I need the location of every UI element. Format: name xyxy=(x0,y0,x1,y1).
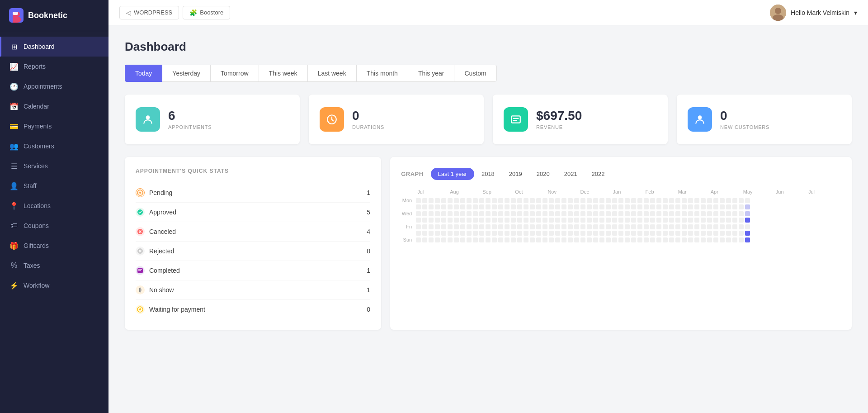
heatmap-cell xyxy=(561,224,566,229)
heatmap-cell xyxy=(505,224,509,229)
graph-tab-2018[interactable]: 2018 xyxy=(474,168,502,180)
sidebar-item-giftcards[interactable]: 🎁 Giftcards xyxy=(0,236,108,256)
sidebar-item-payments[interactable]: 💳 Payments xyxy=(0,116,108,136)
heatmap-cell xyxy=(448,211,453,216)
boostore-button[interactable]: 🧩 Boostore xyxy=(183,6,230,19)
heatmap-cell xyxy=(580,218,585,223)
heatmap-cell xyxy=(574,204,579,209)
heatmap-cell xyxy=(688,198,693,203)
heatmap-cell xyxy=(454,237,459,242)
sidebar-item-appointments[interactable]: 🕐 Appointments xyxy=(0,76,108,96)
tab-this_month[interactable]: This month xyxy=(356,65,408,82)
user-menu[interactable]: Hello Mark Velmiskin ▾ xyxy=(770,5,857,21)
sidebar-item-customers[interactable]: 👥 Customers xyxy=(0,136,108,156)
heatmap-cell xyxy=(587,198,592,203)
sidebar-item-coupons[interactable]: 🏷 Coupons xyxy=(0,216,108,236)
heatmap-cell xyxy=(492,231,497,236)
heatmap-cell xyxy=(694,204,699,209)
graph-tab-2022[interactable]: 2022 xyxy=(585,168,612,180)
heatmap-cell xyxy=(631,218,636,223)
stat-row-count-rejected: 0 xyxy=(367,247,370,255)
heatmap-cell xyxy=(694,218,699,223)
heatmap-cell xyxy=(435,237,440,242)
heatmap-cell xyxy=(682,204,687,209)
heatmap-cell xyxy=(416,231,421,236)
sidebar-item-services[interactable]: ☰ Services xyxy=(0,156,108,176)
heatmap-cell xyxy=(631,211,636,216)
heatmap-cell xyxy=(536,237,541,242)
heatmap-cell xyxy=(637,224,642,229)
heatmap-cell xyxy=(593,218,598,223)
heatmap-cell xyxy=(663,224,668,229)
quick-stats-list: Pending 1 Approved 5 Canceled 4 Rejected… xyxy=(136,183,370,319)
nav-icon-reports: 📈 xyxy=(10,62,18,71)
heatmap-cell xyxy=(448,231,453,236)
month-label: Jun xyxy=(776,189,808,195)
heatmap-cell xyxy=(618,204,623,209)
heatmap-cell xyxy=(555,231,560,236)
sidebar-item-reports[interactable]: 📈 Reports xyxy=(0,57,108,76)
heatmap-cell xyxy=(644,231,649,236)
heatmap-cell xyxy=(707,224,712,229)
heatmap-cell xyxy=(644,211,649,216)
graph-tab-last1year[interactable]: Last 1 year xyxy=(431,168,474,180)
tab-today[interactable]: Today xyxy=(125,65,162,82)
heatmap-cell xyxy=(587,204,592,209)
heatmap-cell xyxy=(669,224,674,229)
stat-card-new_customers: 0 NEW CUSTOMERS xyxy=(677,95,852,144)
stat-row-label-approved: Approved xyxy=(149,209,176,216)
sidebar-item-calendar[interactable]: 📅 Calendar xyxy=(0,96,108,116)
heatmap-cell xyxy=(587,224,592,229)
heatmap-cell xyxy=(473,211,478,216)
heatmap-cell xyxy=(498,218,503,223)
tab-tomorrow[interactable]: Tomorrow xyxy=(210,65,259,82)
heatmap-cell xyxy=(580,224,585,229)
heatmap-cell xyxy=(555,204,560,209)
heatmap-cell xyxy=(739,218,744,223)
heatmap-cell xyxy=(511,231,516,236)
heatmap-cell xyxy=(454,204,459,209)
graph-tab-2019[interactable]: 2019 xyxy=(502,168,529,180)
graph-tab-2020[interactable]: 2020 xyxy=(529,168,557,180)
tab-yesterday[interactable]: Yesterday xyxy=(162,65,211,82)
wordpress-button[interactable]: ◁ WORDPRESS xyxy=(119,6,179,19)
status-dot-canceled xyxy=(136,227,145,236)
heatmap-cell xyxy=(720,231,725,236)
heatmap-cell xyxy=(644,204,649,209)
heatmap-cell xyxy=(650,204,655,209)
heatmap-cell xyxy=(637,231,642,236)
tab-this_week[interactable]: This week xyxy=(259,65,308,82)
heatmap-cell xyxy=(625,218,630,223)
nav-icon-workflow: ⚡ xyxy=(10,281,18,290)
sidebar-item-workflow[interactable]: ⚡ Workflow xyxy=(0,275,108,295)
heatmap-cell xyxy=(587,218,592,223)
nav-label-calendar: Calendar xyxy=(24,103,49,110)
sidebar-item-staff[interactable]: 👤 Staff xyxy=(0,176,108,196)
sidebar-item-dashboard[interactable]: ⊞ Dashboard xyxy=(0,37,108,57)
graph-card: GRAPH Last 1 year20182019202020212022 Ju… xyxy=(390,157,852,330)
heatmap-cell xyxy=(593,204,598,209)
tab-custom[interactable]: Custom xyxy=(454,65,496,82)
quick-stats-title: APPOINTMENT'S QUICK STATS xyxy=(136,168,370,174)
heatmap-cell xyxy=(732,218,737,223)
heatmap-cell xyxy=(542,237,547,242)
stat-card-durations: 0 DURATIONS xyxy=(309,95,484,144)
heatmap-cell xyxy=(435,218,440,223)
heatmap-cell xyxy=(511,237,516,242)
graph-tab-2021[interactable]: 2021 xyxy=(557,168,585,180)
stat-row-label-no_show: No show xyxy=(149,286,174,294)
day-label: Sun xyxy=(401,237,415,242)
heatmap-cell xyxy=(467,237,472,242)
heatmap-cell xyxy=(448,198,453,203)
sidebar-item-locations[interactable]: 📍 Locations xyxy=(0,196,108,216)
month-label: Mar xyxy=(678,189,711,195)
tab-this_year[interactable]: This year xyxy=(408,65,455,82)
heatmap-cell xyxy=(694,224,699,229)
heatmap-cell xyxy=(663,211,668,216)
heatmap-cell xyxy=(618,211,623,216)
tab-last_week[interactable]: Last week xyxy=(307,65,357,82)
month-label: Apr xyxy=(711,189,743,195)
heatmap-cell xyxy=(454,198,459,203)
stat-row-left-no_show: No show xyxy=(136,285,174,294)
sidebar-item-taxes[interactable]: % Taxes xyxy=(0,256,108,275)
